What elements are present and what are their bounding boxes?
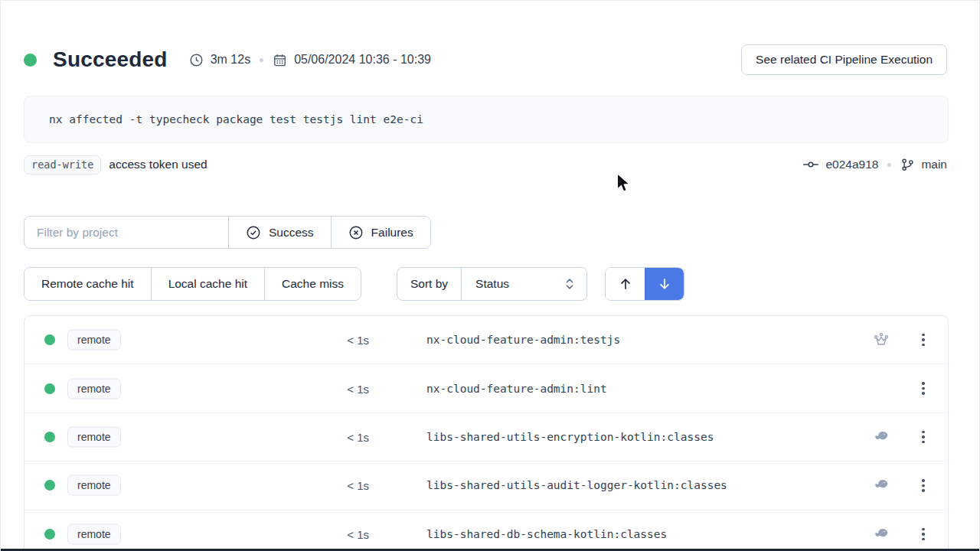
arrow-down-icon [657, 276, 672, 292]
mouse-cursor [613, 172, 633, 195]
chevron-up-down-icon [564, 277, 576, 291]
calendar-icon [273, 53, 287, 67]
access-token-scope-badge: read-write [24, 155, 101, 174]
sort-direction-group [605, 267, 684, 301]
token-row: read-write access token used e024a918 ma… [24, 152, 947, 177]
access-token-text: access token used [109, 158, 207, 171]
gradle-icon [866, 477, 897, 494]
sort-group: Sort by Status [397, 267, 587, 301]
cache-source-badge: remote [67, 330, 121, 350]
task-row[interactable]: remote < 1s nx-cloud-feature-admin:lint [24, 364, 948, 412]
sort-descending-button[interactable] [645, 268, 684, 300]
task-name[interactable]: libs-shared-db-schema-kotlin:classes [426, 528, 667, 540]
task-menu-button[interactable] [914, 380, 933, 398]
clock-icon [189, 53, 204, 67]
task-menu-button[interactable] [914, 525, 933, 543]
cache-filter-group: Remote cache hit Local cache hit Cache m… [24, 267, 361, 301]
task-list: remote < 1s nx-cloud-feature-admin:testj… [24, 315, 949, 551]
task-name[interactable]: libs-shared-utils-audit-logger-kotlin:cl… [426, 479, 727, 491]
cache-source-badge: remote [67, 426, 121, 447]
local-cache-hit-button[interactable]: Local cache hit [151, 268, 264, 300]
run-duration-text: 3m 12s [211, 53, 250, 67]
task-name[interactable]: libs-shared-utils-encryption-kotlin:clas… [426, 431, 714, 443]
task-duration: < 1s [277, 382, 369, 395]
task-success-dot [44, 383, 55, 394]
filter-toolbar: Success Failures [24, 216, 431, 249]
arrow-up-icon [618, 276, 633, 292]
git-commit-icon [802, 158, 819, 171]
branch-ref[interactable]: main [900, 158, 947, 172]
task-row[interactable]: remote < 1s libs-shared-utils-audit-logg… [24, 461, 948, 510]
run-header: Succeeded 3m 12s 05/06/2024 10:36 - 10:3… [24, 42, 947, 77]
task-success-dot [44, 432, 55, 442]
branch-name: main [921, 158, 947, 171]
run-duration: 3m 12s [189, 53, 250, 67]
task-name[interactable]: nx-cloud-feature-admin:testjs [426, 334, 620, 346]
x-circle-icon [348, 225, 364, 240]
filter-failures-button[interactable]: Failures [331, 217, 430, 248]
cache-source-badge: remote [67, 475, 121, 496]
run-status-title: Succeeded [53, 47, 168, 72]
commit-ref[interactable]: e024a918 [802, 158, 878, 171]
task-duration: < 1s [277, 479, 369, 492]
run-detail-page: Succeeded 3m 12s 05/06/2024 10:36 - 10:3… [0, 0, 980, 551]
see-related-pipeline-button[interactable]: See related CI Pipeline Execution [741, 44, 947, 75]
task-success-dot [44, 480, 55, 491]
task-row[interactable]: remote < 1s libs-shared-db-schema-kotlin… [24, 510, 948, 551]
run-date-range: 05/06/2024 10:36 - 10:39 [273, 53, 431, 67]
vcs-separator-dot [887, 163, 891, 167]
gradle-icon [866, 428, 897, 445]
task-duration: < 1s [277, 527, 369, 540]
git-branch-icon [900, 158, 915, 172]
task-success-dot [44, 334, 55, 345]
task-menu-button[interactable] [914, 331, 933, 349]
filter-success-label: Success [269, 226, 314, 240]
task-duration: < 1s [277, 430, 369, 443]
filter-failures-label: Failures [371, 226, 413, 240]
cache-miss-button[interactable]: Cache miss [264, 268, 361, 300]
meta-separator-dot [260, 58, 263, 62]
status-success-dot [24, 54, 37, 67]
filter-by-project-input[interactable] [24, 217, 228, 248]
gradle-icon [866, 525, 897, 543]
task-duration: < 1s [277, 334, 369, 347]
run-date-range-text: 05/06/2024 10:36 - 10:39 [294, 53, 431, 67]
check-circle-icon [246, 225, 261, 240]
cache-source-badge: remote [67, 523, 121, 544]
task-row[interactable]: remote < 1s nx-cloud-feature-admin:testj… [24, 316, 948, 364]
commit-sha: e024a918 [825, 158, 878, 171]
task-row[interactable]: remote < 1s libs-shared-utils-encryption… [24, 413, 948, 461]
run-command-block: nx affected -t typecheck package test te… [24, 96, 949, 143]
jest-icon [866, 331, 897, 348]
task-name[interactable]: nx-cloud-feature-admin:lint [426, 383, 607, 395]
filter-success-button[interactable]: Success [228, 217, 331, 248]
task-success-dot [44, 529, 55, 540]
task-menu-button[interactable] [914, 428, 933, 446]
sort-by-label: Sort by [397, 268, 461, 300]
sort-field-select[interactable]: Status [461, 268, 586, 300]
task-menu-button[interactable] [914, 476, 933, 494]
sort-ascending-button[interactable] [606, 268, 645, 300]
remote-cache-hit-button[interactable]: Remote cache hit [24, 268, 151, 300]
cache-source-badge: remote [67, 378, 121, 399]
sort-field-value: Status [475, 277, 509, 291]
